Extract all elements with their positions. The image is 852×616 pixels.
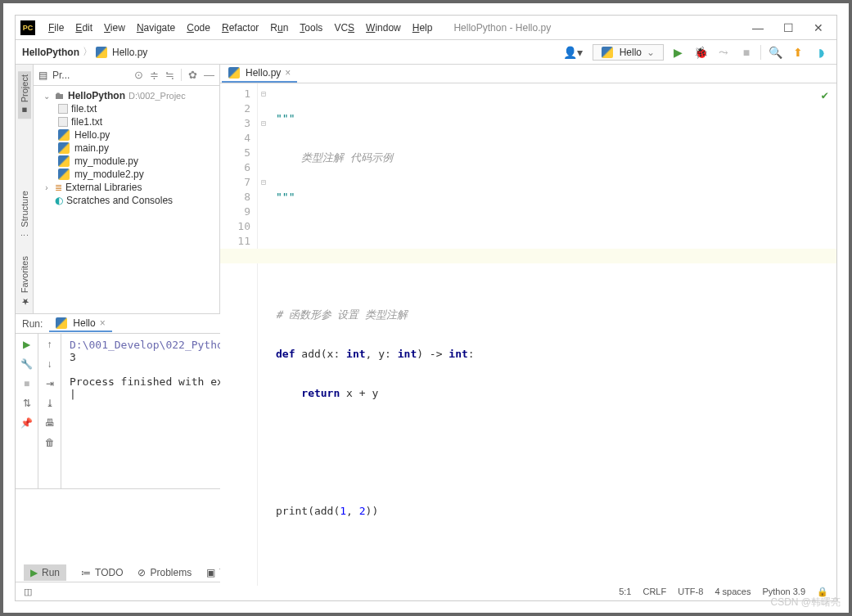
tree-file[interactable]: my_module2.py — [35, 168, 218, 181]
maximize-button[interactable]: ☐ — [783, 21, 794, 34]
menu-window[interactable]: Window — [361, 19, 406, 37]
bottom-tab-run[interactable]: ▶Run — [24, 564, 66, 581]
breadcrumb-root[interactable]: HelloPython — [22, 47, 79, 58]
delete-icon[interactable]: 🗑 — [45, 437, 55, 448]
menu-run[interactable]: Run — [265, 19, 293, 37]
collapse-all-icon[interactable]: ≒ — [165, 69, 174, 81]
run-config-selector[interactable]: Hello ⌄ — [593, 44, 664, 61]
settings-icon[interactable]: ✿ — [188, 69, 197, 81]
menu-navigate[interactable]: Navigate — [132, 19, 180, 37]
chevron-right-icon: 〉 — [83, 45, 92, 59]
debug-button[interactable]: 🐞 — [692, 43, 710, 61]
tree-file[interactable]: file.txt — [35, 102, 218, 115]
fold-gutter: ⊟⊟⊟ — [258, 83, 269, 586]
close-tab-icon[interactable]: × — [285, 67, 291, 79]
tree-file-label: Hello.py — [74, 129, 110, 141]
chevron-right-icon[interactable]: › — [42, 183, 52, 192]
status-hide-icon[interactable]: ◫ — [24, 587, 32, 597]
tree-scratches[interactable]: ◐ Scratches and Consoles — [35, 194, 218, 207]
code-editor[interactable]: ✔ 1 2 3 4 5 6 7 8 9 10 11 12 ⊟⊟⊟ — [220, 83, 836, 586]
bottom-tab-problems[interactable]: ⊘Problems — [137, 567, 192, 578]
print-icon[interactable]: 🖶 — [45, 417, 55, 429]
text-file-icon — [58, 117, 68, 127]
app-icon: PC — [20, 20, 35, 35]
status-position[interactable]: 5:1 — [619, 587, 631, 596]
run-tab-label: Hello — [73, 317, 95, 329]
editor-tab-label: Hello.py — [246, 67, 281, 79]
menu-refactor[interactable]: Refactor — [217, 19, 264, 37]
hide-panel-icon[interactable]: — — [204, 69, 214, 81]
breadcrumb-file[interactable]: Hello.py — [112, 47, 147, 58]
chevron-down-icon[interactable]: ⌄ — [42, 92, 52, 101]
tree-file-label: file1.txt — [71, 116, 102, 128]
run-config-name: Hello — [620, 47, 642, 58]
line-gutter: 1 2 3 4 5 6 7 8 9 10 11 12 — [220, 83, 258, 586]
down-icon[interactable]: ↓ — [47, 358, 52, 370]
menu-view[interactable]: View — [99, 19, 130, 37]
pin-icon[interactable]: 📌 — [20, 417, 33, 429]
scratch-icon: ◐ — [55, 195, 63, 206]
coverage-button[interactable]: ⤳ — [715, 43, 733, 61]
python-file-icon — [56, 317, 67, 329]
ide-features-button[interactable]: ◗ — [812, 43, 830, 61]
menu-vcs[interactable]: VCS — [329, 19, 359, 37]
tree-file[interactable]: main.py — [35, 142, 218, 155]
run-button[interactable]: ▶ — [669, 43, 687, 61]
python-file-icon — [58, 142, 70, 154]
layout-icon[interactable]: ⇅ — [23, 398, 31, 409]
tree-file[interactable]: file1.txt — [35, 115, 218, 128]
project-tree: ⌄ 🖿 HelloPython D:\002_Projec file.txt f… — [34, 86, 219, 210]
tree-file-label: my_module.py — [74, 155, 138, 167]
python-file-icon — [228, 67, 240, 79]
run-panel-label: Run: — [22, 318, 43, 330]
status-line-ending[interactable]: CRLF — [642, 587, 666, 596]
tree-root-path: D:\002_Projec — [128, 91, 186, 101]
close-button[interactable]: ✕ — [814, 21, 823, 34]
python-file-icon — [96, 47, 107, 58]
sidebar-tab-favorites[interactable]: ★Favorites — [19, 256, 29, 307]
tree-file[interactable]: my_module.py — [35, 155, 218, 168]
tree-file-label: main.py — [74, 142, 109, 154]
chevron-down-icon: ⌄ — [647, 47, 655, 58]
tree-root[interactable]: ⌄ 🖿 HelloPython D:\002_Projec — [35, 89, 218, 102]
menu-code[interactable]: Code — [182, 19, 215, 37]
soft-wrap-icon[interactable]: ⇥ — [46, 378, 54, 389]
menu-file[interactable]: File — [43, 19, 69, 37]
users-icon[interactable]: 👤▾ — [558, 44, 588, 61]
wrench-icon[interactable]: 🔧 — [20, 358, 33, 370]
minimize-button[interactable]: — — [752, 21, 764, 34]
sidebar-tab-project[interactable]: ■Project — [18, 71, 31, 119]
stop-button[interactable]: ■ — [24, 378, 29, 389]
select-opened-icon[interactable]: ⊙ — [134, 69, 143, 81]
watermark: CSDN @韩曙亮 — [770, 596, 841, 609]
update-button[interactable]: ⬆ — [789, 43, 807, 61]
run-panel-tab[interactable]: Hello × — [49, 316, 111, 332]
text-file-icon — [58, 104, 68, 114]
menu-edit[interactable]: Edit — [70, 19, 97, 37]
close-tab-icon[interactable]: × — [100, 317, 106, 329]
tree-file-label: file.txt — [71, 103, 97, 115]
rerun-button[interactable]: ▶ — [23, 339, 30, 350]
folder-icon: 🖿 — [55, 90, 65, 101]
up-icon[interactable]: ↑ — [47, 339, 52, 350]
tree-root-label: HelloPython — [68, 90, 125, 101]
scroll-end-icon[interactable]: ⤓ — [46, 398, 54, 409]
tree-external-libs[interactable]: › ≣ External Libraries — [35, 181, 218, 194]
project-panel-title[interactable]: Pr... — [52, 70, 129, 81]
menu-tools[interactable]: Tools — [295, 19, 327, 37]
run-tool-column-1: ▶ 🔧 ■ ⇅ 📌 — [16, 334, 38, 488]
tree-file[interactable]: Hello.py — [35, 128, 218, 142]
search-everywhere-button[interactable]: 🔍 — [766, 43, 784, 61]
sidebar-tab-structure[interactable]: ⋮Structure — [19, 191, 29, 240]
tree-item-label: Scratches and Consoles — [66, 195, 173, 206]
bottom-tab-todo[interactable]: ≔TODO — [81, 567, 123, 578]
expand-all-icon[interactable]: ≑ — [150, 69, 159, 81]
status-indent[interactable]: 4 spaces — [715, 587, 751, 596]
python-file-icon — [58, 169, 70, 180]
editor-tab[interactable]: Hello.py × — [222, 65, 297, 83]
project-view-icon: ▤ — [38, 70, 47, 81]
stop-button[interactable]: ■ — [737, 43, 755, 61]
status-encoding[interactable]: UTF-8 — [678, 587, 703, 596]
main-menu: File Edit View Navigate Code Refactor Ru… — [43, 19, 437, 37]
menu-help[interactable]: Help — [408, 19, 438, 37]
